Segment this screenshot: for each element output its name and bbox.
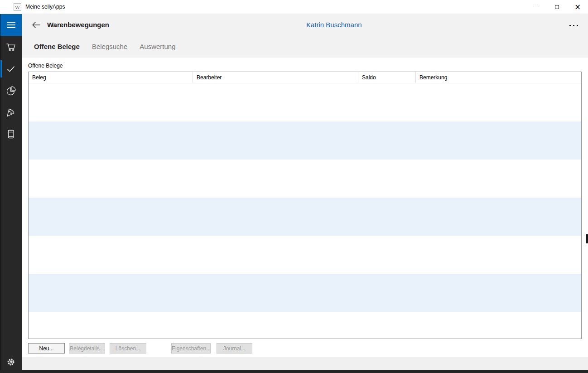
sidebar-item-check[interactable] <box>0 58 22 80</box>
book-icon <box>5 129 16 140</box>
close-icon: × <box>574 3 581 11</box>
sidebar-item-tag[interactable] <box>0 102 22 123</box>
neu-button[interactable]: Neu... <box>28 343 65 354</box>
window-bottom-edge <box>0 370 588 373</box>
window-controls: × <box>525 0 588 14</box>
belegdetails-button[interactable]: Belegdetails... <box>69 343 105 354</box>
checkmark-icon <box>5 63 16 74</box>
eigenschaften-button[interactable]: Eigenschaften... <box>171 343 211 354</box>
table-row-stripe <box>29 198 581 236</box>
tab-auswertung[interactable]: Auswertung <box>140 36 175 58</box>
minimize-button[interactable] <box>525 0 546 14</box>
table-row-stripe <box>29 121 581 160</box>
table-row-stripe <box>29 274 581 312</box>
window-edge-marker <box>586 234 588 243</box>
sidebar-item-pie-chart[interactable] <box>0 80 22 102</box>
table-row-stripe <box>29 160 581 198</box>
maximize-button[interactable] <box>546 0 567 14</box>
gear-icon <box>5 357 16 368</box>
user-name-link[interactable]: Katrin Buschmann <box>306 14 362 36</box>
tag-icon <box>5 107 16 118</box>
column-header-saldo[interactable]: Saldo <box>358 72 416 83</box>
tab-belegsuche[interactable]: Belegsuche <box>92 36 127 58</box>
app-logo-icon: W <box>14 3 21 11</box>
cart-icon <box>5 42 16 53</box>
journal-button[interactable]: Journal... <box>217 343 252 354</box>
table-row-stripe <box>29 83 581 121</box>
table-row-stripe <box>29 312 581 339</box>
sidebar-item-cart[interactable] <box>0 36 22 58</box>
window-title: Meine sellyApps <box>25 0 65 14</box>
loeschen-button[interactable]: Löschen... <box>110 343 146 354</box>
table-row-stripe <box>29 236 581 274</box>
titlebar: W Meine sellyApps × <box>0 0 588 14</box>
table-body <box>29 83 581 339</box>
pie-chart-icon <box>5 85 16 96</box>
tab-bar: Offene Belege Belegsuche Auswertung <box>22 36 588 58</box>
minimize-icon <box>534 7 539 7</box>
tab-offene-belege[interactable]: Offene Belege <box>34 36 80 58</box>
sidebar-item-book[interactable] <box>0 123 22 145</box>
hamburger-icon <box>7 22 15 23</box>
hamburger-menu-button[interactable] <box>0 14 22 36</box>
list-caption: Offene Belege <box>28 63 63 69</box>
sidebar <box>0 14 22 373</box>
back-arrow-icon <box>31 20 41 29</box>
open-receipts-table[interactable]: Beleg Bearbeiter Saldo Bemerkung <box>28 72 582 339</box>
column-header-beleg[interactable]: Beleg <box>29 72 193 83</box>
page-title: Warenbewegungen <box>47 14 109 36</box>
close-button[interactable]: × <box>567 0 588 14</box>
more-button[interactable] <box>564 19 583 32</box>
sidebar-item-settings[interactable] <box>0 351 22 373</box>
maximize-icon <box>555 5 559 9</box>
content-area: Offene Belege Beleg Bearbeiter Saldo Bem… <box>22 58 588 373</box>
more-icon <box>569 25 571 26</box>
column-header-bemerkung[interactable]: Bemerkung <box>416 72 581 83</box>
page-header: Warenbewegungen Katrin Buschmann Offene … <box>22 14 588 58</box>
window-left-edge <box>0 14 1 373</box>
table-header-row: Beleg Bearbeiter Saldo Bemerkung <box>29 72 581 83</box>
column-header-bearbeiter[interactable]: Bearbeiter <box>193 72 358 83</box>
back-button[interactable] <box>27 16 45 34</box>
